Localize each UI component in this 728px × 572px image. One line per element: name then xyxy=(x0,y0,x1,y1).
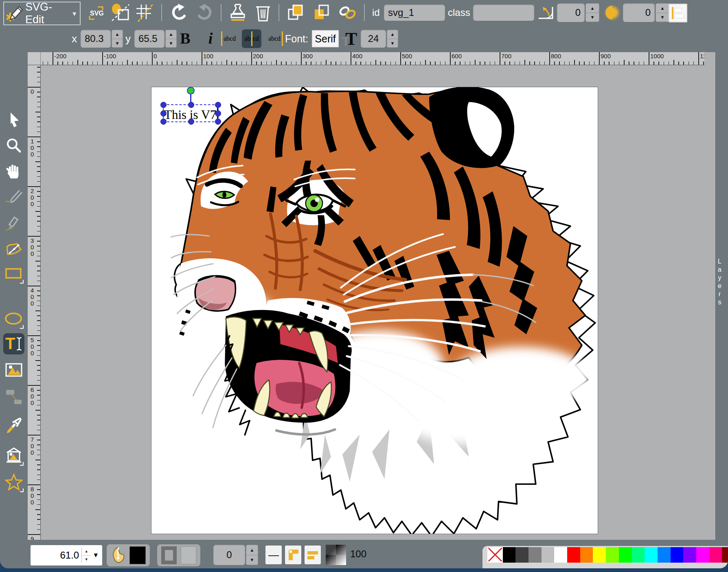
spinner-down-icon[interactable]: ▼ xyxy=(82,556,91,564)
palette-swatch-ffffff[interactable] xyxy=(554,547,567,563)
stroke-width-spinner[interactable]: ▲▼ xyxy=(246,545,258,565)
tool-image[interactable] xyxy=(3,359,24,381)
palette-swatch-ff007f[interactable] xyxy=(709,547,722,563)
image-library-button[interactable] xyxy=(110,3,131,22)
palette-swatch-7f00ff[interactable] xyxy=(683,547,696,563)
bold-button[interactable]: B xyxy=(176,29,195,48)
resize-handle-sw[interactable] xyxy=(160,119,167,125)
source-editor-button[interactable]: SVG xyxy=(86,3,107,22)
palette-swatch-0000ff[interactable] xyxy=(671,547,684,563)
group-opacity-icon[interactable] xyxy=(326,545,346,565)
font-size-input[interactable]: 24 xyxy=(361,30,386,48)
spinner-up-icon[interactable]: ▲ xyxy=(387,30,398,39)
spinner-up-icon[interactable]: ▲ xyxy=(246,545,258,555)
palette-swatch-7fff00[interactable] xyxy=(606,547,619,563)
tool-zoom[interactable] xyxy=(3,135,24,156)
tiger-artwork[interactable] xyxy=(151,87,598,534)
spinner-down-icon[interactable]: ▼ xyxy=(246,555,258,565)
tool-select[interactable] xyxy=(3,110,24,131)
tool-path[interactable] xyxy=(3,239,24,260)
spinner-up-icon[interactable]: ▲ xyxy=(166,30,176,39)
move-to-top-button[interactable] xyxy=(285,3,306,22)
y-spinner[interactable]: ▲▼ xyxy=(165,30,177,48)
stroke-linecap-button[interactable] xyxy=(305,546,321,564)
text-anchor-end-button[interactable]: abcd xyxy=(265,29,284,48)
palette-swatch-000000[interactable] xyxy=(503,547,516,563)
palette-swatch-none[interactable] xyxy=(487,547,503,563)
undo-button[interactable] xyxy=(168,3,189,22)
align-left-button[interactable] xyxy=(669,4,687,22)
palette-swatch-bfbfbf[interactable] xyxy=(542,547,555,563)
tool-line[interactable] xyxy=(3,213,24,234)
resize-handle-w[interactable] xyxy=(160,110,167,117)
id-input[interactable]: svg_1 xyxy=(384,4,445,21)
resize-handle-se[interactable] xyxy=(215,119,221,125)
x-spinner[interactable]: ▲▼ xyxy=(112,30,123,48)
tool-pencil[interactable] xyxy=(3,186,24,207)
font-family-button[interactable]: Serif xyxy=(312,30,339,47)
tool-pan[interactable] xyxy=(3,161,24,182)
palette-swatch-00ff7f[interactable] xyxy=(632,547,645,563)
resize-handle-n[interactable] xyxy=(188,102,194,108)
tool-connector[interactable] xyxy=(3,386,24,407)
rotate-handle[interactable] xyxy=(187,87,195,95)
spinner-down-icon[interactable]: ▼ xyxy=(112,39,123,48)
spinner-down-icon[interactable]: ▼ xyxy=(586,13,599,22)
tool-shape-library[interactable] xyxy=(3,445,24,466)
svg-page[interactable] xyxy=(151,87,598,534)
spinner-down-icon[interactable]: ▼ xyxy=(656,13,669,22)
spinner-up-icon[interactable]: ▲ xyxy=(82,547,91,556)
palette-swatch-3f3f3f[interactable] xyxy=(515,547,528,563)
palette-swatch-7f7f7f[interactable] xyxy=(528,547,542,563)
palette-swatch-7f0000[interactable] xyxy=(722,547,728,563)
palette-swatch-007fff[interactable] xyxy=(658,547,671,563)
blur-spinner[interactable]: ▲▼ xyxy=(656,3,669,22)
make-link-button[interactable] xyxy=(337,3,358,22)
resize-handle-s[interactable] xyxy=(188,119,194,125)
redo-button[interactable] xyxy=(195,3,216,22)
stroke-color-swatch[interactable] xyxy=(181,546,196,564)
delete-button[interactable] xyxy=(252,3,274,22)
tool-rectangle[interactable] xyxy=(3,263,24,284)
layers-panel-tab[interactable]: Layers xyxy=(715,52,728,540)
tool-star[interactable] xyxy=(3,472,24,493)
stroke-linejoin-button[interactable] xyxy=(285,546,301,564)
spinner-up-icon[interactable]: ▲ xyxy=(112,30,123,39)
tool-text[interactable]: T xyxy=(3,333,24,354)
text-anchor-middle-button[interactable]: abcd xyxy=(242,29,261,48)
resize-handle-e[interactable] xyxy=(215,110,221,117)
stroke-width-input[interactable]: 0 xyxy=(213,545,245,565)
palette-swatch-ff0000[interactable] xyxy=(567,547,580,563)
class-input[interactable] xyxy=(473,4,534,21)
spinner-up-icon[interactable]: ▲ xyxy=(656,4,669,13)
spinner-down-icon[interactable]: ▼ xyxy=(387,39,398,48)
y-input[interactable]: 65.5 xyxy=(134,30,164,48)
zoom-spinner[interactable]: ▲▼ xyxy=(82,547,91,563)
resize-handle-nw[interactable] xyxy=(160,102,167,108)
text-anchor-start-button[interactable]: abcd xyxy=(220,29,239,48)
palette-swatch-ff7f00[interactable] xyxy=(580,547,593,563)
italic-button[interactable]: i xyxy=(201,29,220,48)
tool-ellipse[interactable] xyxy=(3,308,24,330)
angle-spinner[interactable]: ▲▼ xyxy=(585,3,599,22)
resize-handle-ne[interactable] xyxy=(215,102,221,108)
angle-input[interactable]: 0 xyxy=(557,3,585,22)
zoom-control[interactable]: 61.0 ▲▼ ▼ xyxy=(31,545,102,565)
grid-settings-button[interactable] xyxy=(134,3,156,22)
canvas-workspace[interactable]: -200-10001002003004005006007008009001000… xyxy=(28,52,715,540)
tool-eyedropper[interactable] xyxy=(3,414,24,435)
palette-swatch-00ff00[interactable] xyxy=(619,547,632,563)
x-input[interactable]: 80.3 xyxy=(81,30,111,48)
spinner-up-icon[interactable]: ▲ xyxy=(586,4,599,13)
font-size-spinner[interactable]: ▲▼ xyxy=(387,30,398,48)
fill-color-swatch[interactable] xyxy=(129,546,146,564)
palette-swatch-ffff00[interactable] xyxy=(593,547,606,563)
move-to-bottom-button[interactable] xyxy=(311,3,332,22)
palette-swatch-ff00ff[interactable] xyxy=(696,547,709,563)
clone-button[interactable] xyxy=(227,3,248,22)
main-menu-button[interactable]: SVG-Edit ▼ xyxy=(3,2,81,25)
palette-swatch-00ffff[interactable] xyxy=(645,547,658,563)
stroke-dash-button[interactable]: — xyxy=(265,546,282,564)
blur-input[interactable]: 0 xyxy=(623,3,655,22)
spinner-down-icon[interactable]: ▼ xyxy=(166,39,176,48)
